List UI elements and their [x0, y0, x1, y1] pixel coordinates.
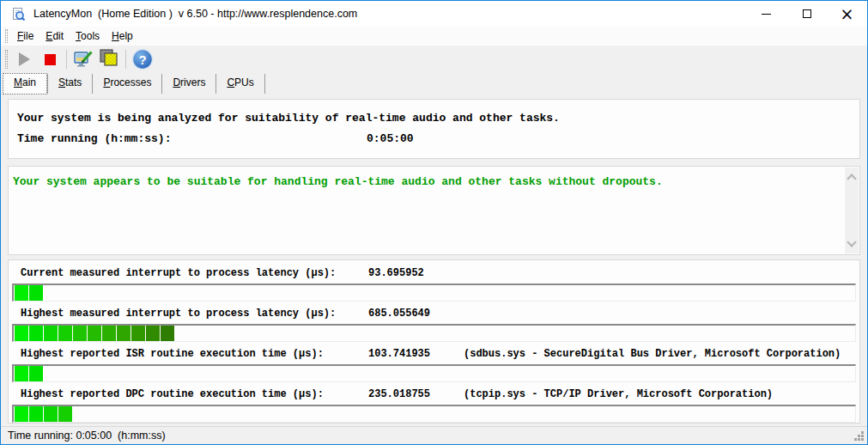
latency-meter-bar	[12, 283, 856, 302]
suitability-report-panel: Your system appears to be suitable for h…	[8, 166, 860, 255]
measurement-label: Current measured interrupt to process la…	[21, 267, 336, 279]
tab-drivers[interactable]: Drivers	[162, 73, 215, 94]
menu-file[interactable]: File	[11, 28, 39, 44]
meter-segment	[15, 285, 28, 301]
time-running-label: Time running (h:mm:ss):	[17, 132, 171, 145]
toolbar-separator	[66, 50, 67, 69]
status-text: Time running: 0:05:00 (h:mm:ss)	[8, 430, 166, 442]
toolbar: ?	[1, 46, 867, 73]
vertical-scrollbar[interactable]	[844, 168, 859, 253]
close-button[interactable]: ×	[827, 1, 867, 27]
scroll-up-icon[interactable]	[847, 174, 856, 183]
tab-cpus[interactable]: CPUs	[216, 73, 264, 94]
measurements-panel: Current measured interrupt to process la…	[8, 259, 860, 424]
maximize-icon	[803, 9, 811, 18]
tab-processes[interactable]: Processes	[93, 73, 161, 94]
meter-segment	[58, 326, 72, 341]
suitability-message: Your system appears to be suitable for h…	[13, 175, 663, 188]
configure-icon	[73, 49, 94, 70]
measurement-value: 103.741935	[368, 348, 430, 360]
play-icon	[19, 52, 30, 66]
toolbar-gripper[interactable]	[5, 50, 8, 69]
menu-tools[interactable]: Tools	[70, 28, 106, 44]
help-button[interactable]: ?	[131, 47, 155, 71]
measurement-value: 235.018755	[368, 388, 430, 400]
measurement-value: 685.055649	[368, 308, 430, 320]
meter-segment	[117, 326, 131, 341]
menu-help[interactable]: Help	[106, 28, 139, 44]
scroll-down-icon[interactable]	[847, 237, 856, 247]
tab-stats[interactable]: Stats	[48, 73, 92, 94]
start-monitor-button[interactable]	[12, 47, 36, 71]
minimize-button[interactable]	[746, 1, 786, 27]
tab-main[interactable]: Main	[3, 73, 47, 94]
meter-segment	[102, 326, 116, 341]
tab-separator	[264, 74, 265, 94]
measurement-driver-info: (sdbus.sys - SecureDigital Bus Driver, M…	[464, 348, 841, 360]
measurement-label: Highest reported DPC routine execution t…	[21, 388, 324, 400]
report-window-icon	[98, 49, 120, 70]
toolbar-separator	[125, 50, 126, 69]
meter-segment	[44, 406, 58, 422]
options-button[interactable]	[71, 47, 95, 71]
meter-segment	[58, 406, 72, 422]
meter-segment	[15, 406, 28, 422]
analysis-summary-panel: Your system is being analyzed for suitab…	[8, 99, 860, 159]
meter-segment	[73, 326, 87, 341]
analysis-status-text: Your system is being analyzed for suitab…	[17, 112, 560, 125]
meter-segment	[88, 326, 101, 341]
window-title: LatencyMon (Home Edition ) v 6.50 - http…	[33, 8, 746, 20]
latency-meter-bar	[12, 405, 856, 423]
measurement-value: 93.695952	[368, 267, 424, 279]
meter-segment	[15, 366, 28, 381]
report-button[interactable]	[97, 47, 121, 71]
minimize-icon	[762, 14, 771, 15]
meter-segment	[44, 326, 58, 341]
stop-icon	[45, 54, 56, 65]
meter-segment	[29, 366, 43, 381]
maximize-button[interactable]	[786, 1, 827, 27]
latency-meter-bar	[12, 324, 856, 342]
meter-segment	[161, 326, 174, 341]
menubar-gripper[interactable]	[5, 29, 8, 43]
window-controls: ×	[746, 1, 867, 27]
menu-bar: FileEditToolsHelp	[1, 27, 867, 46]
measurement-driver-info: (tcpip.sys - TCP/IP Driver, Microsoft Co…	[464, 388, 773, 400]
latency-meter-bar	[12, 364, 856, 382]
meter-segment	[29, 326, 43, 341]
meter-segment	[131, 326, 145, 341]
title-bar: LatencyMon (Home Edition ) v 6.50 - http…	[1, 1, 867, 27]
svg-text:?: ?	[138, 52, 146, 67]
main-page: Your system is being analyzed for suitab…	[1, 94, 867, 426]
resize-grip-icon[interactable]	[854, 431, 864, 441]
meter-segment	[29, 406, 43, 422]
menu-edit[interactable]: Edit	[39, 28, 70, 44]
help-icon: ?	[131, 48, 154, 70]
latencymon-window: LatencyMon (Home Edition ) v 6.50 - http…	[0, 0, 868, 445]
time-running-value: 0:05:00	[367, 132, 414, 145]
meter-segment	[146, 326, 160, 341]
measurement-label: Highest reported ISR routine execution t…	[21, 348, 324, 360]
menu-items: FileEditToolsHelp	[11, 28, 139, 44]
tab-bar: MainStatsProcessesDriversCPUs	[1, 73, 867, 94]
app-icon	[11, 7, 26, 21]
meter-segment	[29, 285, 43, 301]
meter-segment	[15, 326, 28, 341]
measurement-label: Highest measured interrupt to process la…	[21, 308, 336, 320]
close-icon: ×	[841, 6, 854, 22]
status-bar: Time running: 0:05:00 (h:mm:ss)	[1, 426, 867, 444]
stop-monitor-button[interactable]	[38, 47, 62, 71]
